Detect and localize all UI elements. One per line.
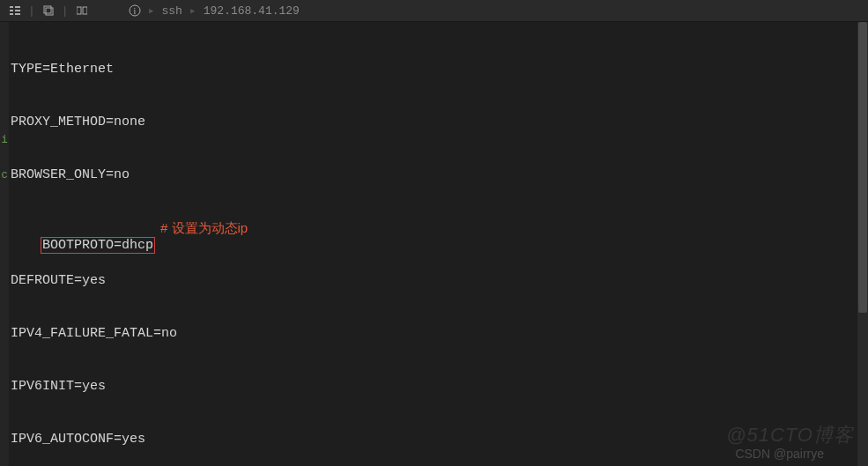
config-line: TYPE=Ethernet	[11, 61, 868, 78]
editor-gutter: i c	[0, 22, 9, 466]
svg-rect-0	[10, 6, 13, 8]
gutter-mark: c	[0, 166, 9, 184]
highlight-box: BOOTPROTO=dhcp	[41, 237, 155, 254]
prompt-arrow-icon: ▸	[189, 4, 197, 18]
svg-rect-5	[15, 13, 20, 15]
config-line-bootproto: BOOTPROTO=dhcp # 设置为动态ip	[11, 219, 868, 237]
editor-area[interactable]: TYPE=Ethernet PROXY_METHOD=none BROWSER_…	[9, 22, 868, 466]
scrollbar-thumb[interactable]	[858, 22, 867, 313]
toolbar-separator: |	[28, 4, 35, 18]
prompt-arrow-icon: ▸	[148, 4, 155, 18]
vertical-scrollbar[interactable]	[857, 22, 868, 466]
terminal-toolbar: | | i ▸ ssh ▸ 192.168.41.129	[0, 0, 868, 22]
config-line: BROWSER_ONLY=no	[11, 166, 868, 184]
config-line: PROXY_METHOD=none	[11, 114, 868, 131]
svg-rect-2	[10, 13, 13, 15]
config-line: DEFROUTE=yes	[11, 272, 868, 290]
svg-rect-6	[44, 6, 51, 13]
svg-rect-7	[46, 8, 53, 15]
svg-rect-4	[15, 10, 20, 11]
svg-rect-1	[10, 10, 13, 11]
ssh-ip: 192.168.41.129	[204, 4, 300, 18]
split-icon[interactable]	[76, 4, 88, 17]
info-icon[interactable]: i	[129, 4, 141, 17]
ssh-label: ssh	[161, 4, 182, 18]
annotation-bootproto: # 设置为动态ip	[160, 219, 248, 237]
config-line: IPV4_FAILURE_FATAL=no	[11, 325, 868, 343]
gutter-mark: i	[0, 131, 9, 149]
svg-rect-9	[83, 7, 87, 14]
svg-text:i: i	[133, 6, 136, 16]
watermark: CSDN @pairrye	[735, 447, 824, 461]
menu-icon[interactable]	[9, 4, 21, 17]
copy-icon[interactable]	[42, 4, 55, 17]
config-line: IPV6INIT=yes	[11, 378, 868, 396]
watermark: @51CTO博客	[726, 422, 854, 448]
svg-rect-8	[77, 7, 81, 14]
svg-rect-3	[15, 6, 20, 8]
toolbar-separator: |	[62, 4, 69, 18]
